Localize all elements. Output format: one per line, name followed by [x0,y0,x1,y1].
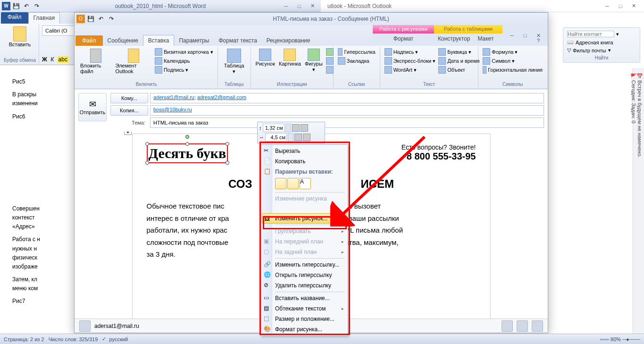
word-tab-home[interactable]: Главная [28,12,60,24]
word-count[interactable]: Число слов: 325/319 [49,336,98,342]
shapes-button[interactable]: Фигуры ▾ [303,48,325,74]
subject-field[interactable] [150,117,544,128]
to-field[interactable]: adersat1@mail.ru; adresat2@gmail.com [150,93,544,103]
equation-button[interactable]: Формула ▾ [481,48,544,56]
undo-icon[interactable]: ↶ [96,14,106,24]
address-book-button[interactable]: 📖 Адресная книга [565,38,638,46]
paste-button[interactable]: Вставить [4,25,36,48]
table-button[interactable]: Таблица ▾ [221,48,248,76]
symbol-icon [483,57,490,65]
reset-button[interactable] [303,134,310,141]
contact-avatar[interactable] [532,320,543,332]
msg-ribbon: Вложить файл Элемент Outlook Визитная ка… [75,46,548,89]
selected-logo-image[interactable]: Десять букв [147,143,228,163]
redo-icon[interactable]: ↷ [107,14,116,24]
paste-option-2[interactable] [287,178,299,189]
tab-picture-format[interactable]: Формат [373,34,434,46]
wordart-button[interactable]: WordArt ▾ [383,66,437,74]
minimize-button[interactable]: ─ [601,2,614,10]
picture-size-toolbar: ↕ ↔ [257,122,325,143]
width-spinner[interactable] [288,133,293,142]
maximize-button[interactable]: □ [519,31,532,40]
arrange-button[interactable] [294,134,302,141]
quickparts-button[interactable]: Экспресс-блоки ▾ [383,57,437,65]
ctx-format-picture[interactable]: 🎨Формат рисунка... [262,324,347,335]
height-spinner[interactable] [285,124,291,132]
signature-button[interactable]: Подпись ▾ [153,66,215,74]
ctx-wrap-text[interactable]: ▤Обтекание текстом▸ [262,303,347,314]
picture-button[interactable]: Рисунок [254,48,277,74]
paste-option-1[interactable] [275,178,286,189]
outlook-todo-bar[interactable]: 📅 Встреч в будущем не намечено. 🚩 Сегодн… [633,68,644,334]
size-icon: ⬚ [264,315,271,323]
format-icon: 🎨 [264,326,271,333]
symbol-button[interactable]: Символ ▾ [481,57,544,65]
maximize-button[interactable]: □ [293,2,306,10]
tab-message[interactable]: Сообщение [103,35,143,46]
annotation-arrow [330,132,434,227]
attach-file-button[interactable]: Вложить файл [78,48,114,75]
highlight-button[interactable]: abc [58,56,68,63]
tab-table-layout[interactable]: Макет [474,34,497,46]
tab-table-design[interactable]: Конструктор [434,34,474,46]
table-move-handle[interactable]: ✥ [124,132,132,135]
page-indicator[interactable]: Страница: 2 из 2 [4,336,44,342]
tab-format[interactable]: Формат текста [214,35,261,46]
contact-avatar[interactable] [502,320,513,332]
text-group-label: Текст [383,81,476,87]
to-button[interactable]: Кому... [110,93,148,103]
find-contact-input[interactable]: ▾ [565,30,638,38]
save-icon[interactable]: 💾 [11,1,21,11]
tab-review[interactable]: Рецензирование [262,35,315,46]
minimize-button[interactable]: ─ [505,31,519,40]
contact-avatar[interactable] [79,320,91,332]
ctx-insert-caption[interactable]: ▭Вставить название... [262,293,347,303]
save-icon[interactable]: 💾 [86,14,95,24]
language-indicator[interactable]: русский [109,336,128,342]
link-icon [338,48,343,56]
send-button[interactable]: ✉ Отправить [78,93,107,121]
maximize-button[interactable]: □ [614,2,627,10]
ctx-open-hyperlink[interactable]: 🌐Открыть гиперссылку [262,270,347,280]
ctx-remove-hyperlink[interactable]: ⊘Удалить гиперссылку [262,280,347,291]
hline-button[interactable]: Горизонтальная линия [481,66,544,74]
business-card-button[interactable]: Визитная карточка ▾ [153,48,215,56]
ctx-edit-hyperlink[interactable]: 🔗Изменить гиперссылку... [262,260,347,270]
italic-button[interactable]: К [50,56,54,63]
close-button[interactable]: ✕ [306,2,319,10]
minimize-button[interactable]: ─ [279,2,293,10]
tab-options[interactable]: Параметры [174,35,214,46]
contact-avatar[interactable] [517,320,528,332]
close-button[interactable]: ✕ [627,2,640,10]
paste-option-3[interactable]: A [300,178,311,189]
tab-insert[interactable]: Вставка [143,35,175,46]
redo-icon[interactable]: ↷ [32,1,42,11]
calendar-button[interactable]: Календарь [153,57,215,65]
height-input[interactable] [263,124,284,132]
zoom-slider[interactable]: ─●─── [622,336,640,342]
view-buttons[interactable]: ▫▫▫▫▫ [600,336,610,342]
rotate-button[interactable] [301,124,308,132]
datetime-button[interactable]: Дата и время [437,57,481,65]
crop-button[interactable] [292,124,300,132]
cc-button[interactable]: Копия... [110,105,148,116]
msg-file-tab[interactable]: Файл [75,35,103,46]
help-icon[interactable]: ? [532,36,545,45]
outlook-item-button[interactable]: Элемент Outlook [114,48,153,75]
dropcap-icon [438,48,446,56]
bookmark-button[interactable]: Закладка [336,57,377,65]
undo-icon[interactable]: ↶ [22,1,31,11]
width-input[interactable] [265,133,287,142]
filter-mail-button[interactable]: ▽ Фильтр почты ▾ [565,46,638,54]
clipart-button[interactable]: Картинка [277,48,303,74]
textbox-button[interactable]: Надпись ▾ [383,48,437,56]
object-button[interactable]: Объект [437,66,481,74]
spell-check-icon[interactable]: ✓ [102,336,106,342]
hyperlink-button[interactable]: Гиперссылка [336,48,377,56]
bold-button[interactable]: Ж [42,56,47,63]
word-file-tab[interactable]: Файл [1,12,28,24]
dropcap-button[interactable]: Буквица ▾ [437,48,481,56]
ctx-size-position[interactable]: ⬚Размер и положение... [262,314,347,324]
cc-field[interactable]: boss@10bukv.ru [150,105,544,116]
outlook-app-icon: O [76,15,85,23]
